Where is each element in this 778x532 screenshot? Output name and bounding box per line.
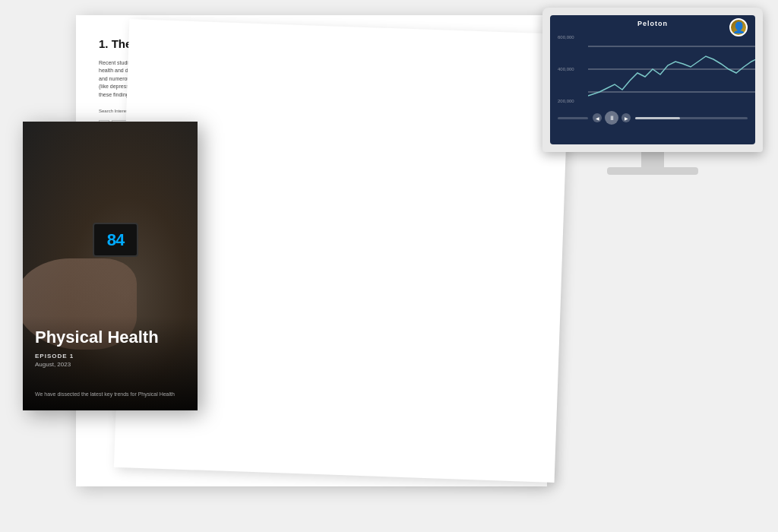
next-icon: ▶ [625, 116, 628, 121]
monitor-brand: Peloton [637, 20, 668, 27]
monitor-base [607, 167, 698, 175]
cover-overlay: Physical Health EPISODE 1 August, 2023 W… [23, 316, 198, 410]
monitor-chart-svg [588, 35, 755, 103]
monitor-y-label-2: 400,000 [558, 67, 574, 71]
cover-episode: EPISODE 1 [35, 353, 185, 359]
prev-icon: ◀ [596, 116, 599, 121]
cover-date: August, 2023 [35, 361, 185, 368]
next-button[interactable]: ▶ [621, 113, 631, 122]
monitor-progress-fill [635, 117, 680, 119]
monitor-wrapper: Peloton 👤 600,000 400,000 200,000 [542, 8, 763, 175]
monitor-chart-area: 600,000 400,000 200,000 [550, 32, 755, 108]
cover-title: Physical Health [35, 328, 185, 347]
monitor-y-label-1: 600,000 [558, 35, 574, 40]
monitor-controls: ◀ ⏸ ▶ [550, 108, 755, 128]
monitor-bezel: Peloton 👤 600,000 400,000 200,000 [542, 8, 763, 152]
cover-subtitle: We have dissected the latest key trends … [35, 391, 185, 398]
monitor-time-start [558, 117, 588, 119]
play-pause-button[interactable]: ⏸ [605, 111, 618, 125]
glucose-monitor: 84 [93, 223, 138, 257]
cover-page: 84 Physical Health EPISODE 1 August, 202… [23, 122, 198, 410]
prev-button[interactable]: ◀ [593, 113, 602, 122]
monitor-y-label-3: 200,000 [558, 99, 574, 103]
glucose-value: 84 [107, 230, 124, 250]
monitor-inner: Peloton 👤 600,000 400,000 200,000 [550, 15, 755, 144]
monitor-neck [641, 152, 664, 167]
monitor-y-labels: 600,000 400,000 200,000 [558, 35, 574, 103]
monitor-progress-bar[interactable] [635, 117, 748, 119]
play-pause-icon: ⏸ [609, 115, 615, 122]
monitor-topbar: Peloton 👤 [550, 15, 755, 32]
monitor-playback-controls[interactable]: ◀ ⏸ ▶ [593, 111, 631, 125]
